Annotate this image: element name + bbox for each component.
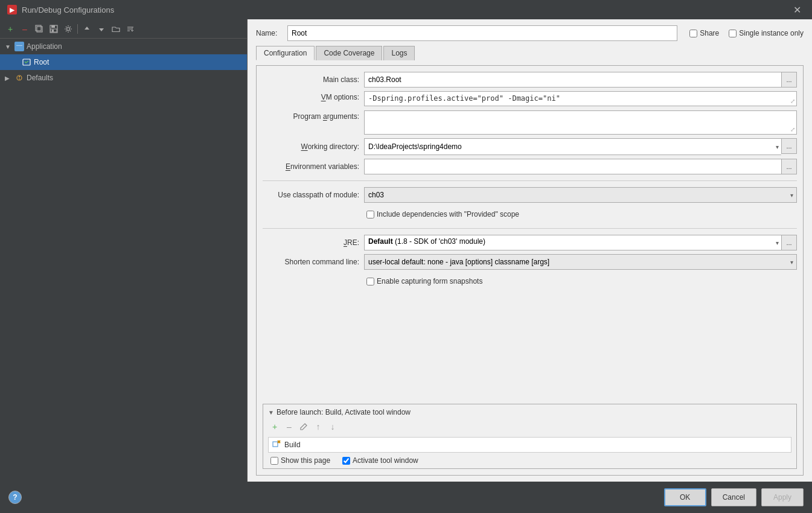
title-bar: ▶ Run/Debug Configurations ✕ — [0, 0, 812, 19]
shorten-cmd-row: Shorten command line: user-local default… — [263, 254, 797, 270]
classpath-module-row: Use classpath of module: ch03 ▾ — [263, 187, 797, 203]
vm-options-label-rest: M options: — [326, 93, 359, 101]
env-vars-browse-button[interactable]: ... — [781, 159, 797, 174]
program-args-label: Program arguments: — [263, 110, 359, 121]
shorten-cmd-select[interactable]: user-local default: none - java [options… — [364, 254, 797, 270]
show-page-checkbox[interactable] — [270, 457, 278, 465]
before-launch-add-button[interactable]: + — [268, 420, 281, 433]
before-launch-down-button[interactable]: ↓ — [326, 420, 339, 433]
expand-application-icon: ▼ — [5, 43, 12, 50]
program-args-input[interactable] — [365, 111, 796, 134]
close-button[interactable]: ✕ — [790, 3, 805, 17]
shorten-cmd-label: Shorten command line: — [263, 258, 359, 266]
tree-item-defaults[interactable]: ▶ Defaults — [0, 70, 247, 86]
tree-item-root[interactable]: Root — [0, 54, 247, 70]
before-launch-up-button[interactable]: ↑ — [312, 420, 325, 433]
enable-snapshots-checkbox[interactable] — [366, 278, 374, 285]
remove-config-button[interactable]: – — [18, 22, 31, 36]
tab-logs[interactable]: Logs — [383, 46, 415, 60]
defaults-expand-icon: ▶ — [5, 75, 12, 81]
add-config-button[interactable]: + — [4, 22, 17, 36]
share-checkbox-row: Share — [689, 29, 719, 37]
before-launch-remove-button[interactable]: – — [283, 420, 296, 433]
working-dir-input-group: ▾ ... — [364, 138, 797, 155]
show-page-label: Show this page — [281, 456, 330, 465]
vm-underline: V — [321, 93, 326, 101]
share-checkbox[interactable] — [689, 30, 697, 37]
activate-window-label: Activate tool window — [353, 456, 418, 465]
working-dir-input[interactable] — [365, 139, 781, 155]
help-button[interactable]: ? — [8, 491, 22, 504]
ok-button[interactable]: OK — [664, 488, 706, 506]
env-vars-row: Environment variables: ... — [263, 159, 797, 174]
before-launch-label: Before launch: Build, Activate tool wind… — [277, 408, 411, 416]
before-launch-edit-button[interactable] — [297, 420, 310, 433]
tab-code-coverage[interactable]: Code Coverage — [316, 46, 382, 60]
svg-rect-16 — [273, 442, 278, 447]
vm-options-resize-icon[interactable]: ⤢ — [790, 98, 795, 104]
tab-bar: Configuration Code Coverage Logs — [256, 46, 804, 60]
save-config-button[interactable] — [47, 22, 60, 36]
single-instance-checkbox-row: Single instance only — [729, 29, 804, 37]
spacer — [263, 293, 797, 400]
main-class-label: Main class: — [263, 75, 359, 84]
svg-point-14 — [19, 76, 20, 77]
classpath-module-select[interactable]: ch03 — [364, 187, 797, 203]
activate-window-checkbox[interactable] — [342, 457, 350, 465]
svg-rect-5 — [52, 30, 54, 32]
svg-rect-1 — [36, 25, 41, 31]
tab-configuration[interactable]: Configuration — [256, 46, 315, 60]
dialog-footer: ? OK Cancel Apply — [0, 482, 812, 513]
include-deps-label: Include dependencies with "Provided" sco… — [377, 210, 519, 218]
single-instance-checkbox[interactable] — [729, 30, 737, 37]
jre-browse-button[interactable]: ... — [781, 235, 797, 250]
tree-item-application[interactable]: ▼ Application — [0, 39, 247, 54]
include-deps-checkbox-row: Include dependencies with "Provided" sco… — [366, 210, 519, 218]
before-launch-section: ▼ Before launch: Build, Activate tool wi… — [263, 404, 797, 469]
name-label: Name: — [256, 29, 280, 37]
svg-rect-11 — [16, 45, 22, 46]
move-down-button[interactable] — [95, 22, 108, 36]
include-deps-row: Include dependencies with "Provided" sco… — [263, 206, 797, 222]
copy-config-button[interactable] — [33, 22, 46, 36]
main-class-input-group: ... — [364, 72, 797, 88]
vm-options-value: -Dspring.profiles.active="prod" -Dmagic=… — [365, 92, 796, 106]
application-folder-icon — [14, 42, 24, 51]
program-args-container: ⤢ — [364, 110, 797, 135]
name-row: Name: Root Share Single instance only — [256, 25, 804, 41]
working-dir-label: Working directory: — [263, 142, 359, 151]
run-debug-dialog: ▶ Run/Debug Configurations ✕ + – — [0, 0, 812, 513]
defaults-icon — [14, 73, 24, 83]
working-dir-browse-button[interactable]: ... — [781, 138, 797, 154]
sort-button[interactable] — [124, 22, 137, 36]
name-input[interactable]: Root — [287, 25, 677, 41]
jre-value-rest: (1.8 - SDK of 'ch03' module) — [393, 237, 485, 246]
bottom-options: Show this page Activate tool window — [268, 456, 791, 465]
vm-options-label: VM options: — [263, 91, 359, 101]
svg-point-6 — [67, 27, 70, 30]
program-args-row: Program arguments: ⤢ — [263, 110, 797, 135]
svg-rect-0 — [37, 27, 42, 32]
program-args-resize-icon[interactable]: ⤢ — [790, 127, 795, 133]
folder-button[interactable] — [109, 22, 123, 36]
divider-1 — [263, 180, 797, 181]
settings-config-button[interactable] — [62, 22, 75, 36]
application-label: Application — [27, 42, 62, 51]
build-label: Build — [284, 441, 301, 449]
app-logo-icon: ▶ — [7, 5, 17, 14]
show-page-checkbox-row: Show this page — [270, 456, 330, 465]
cancel-button[interactable]: Cancel — [711, 488, 756, 506]
before-launch-expand-icon[interactable]: ▼ — [268, 409, 274, 416]
apply-button[interactable]: Apply — [761, 488, 804, 506]
footer-left: ? — [8, 491, 22, 504]
include-deps-checkbox[interactable] — [366, 211, 374, 218]
build-icon — [272, 440, 281, 450]
move-up-button[interactable] — [80, 22, 94, 36]
main-class-browse-button[interactable]: ... — [781, 72, 797, 88]
vm-options-container: -Dspring.profiles.active="prod" -Dmagic=… — [364, 91, 797, 106]
jre-label: JRE: — [263, 238, 359, 247]
main-class-input[interactable] — [364, 72, 781, 88]
svg-rect-3 — [51, 25, 55, 28]
enable-snapshots-row: Enable capturing form snapshots — [263, 273, 797, 289]
env-vars-input[interactable] — [364, 159, 781, 174]
